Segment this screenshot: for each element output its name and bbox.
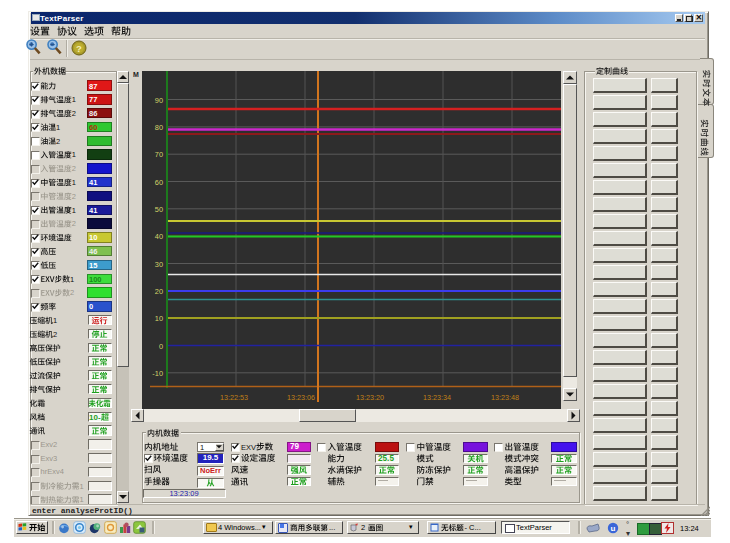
svg-text:u: u: [611, 524, 616, 533]
